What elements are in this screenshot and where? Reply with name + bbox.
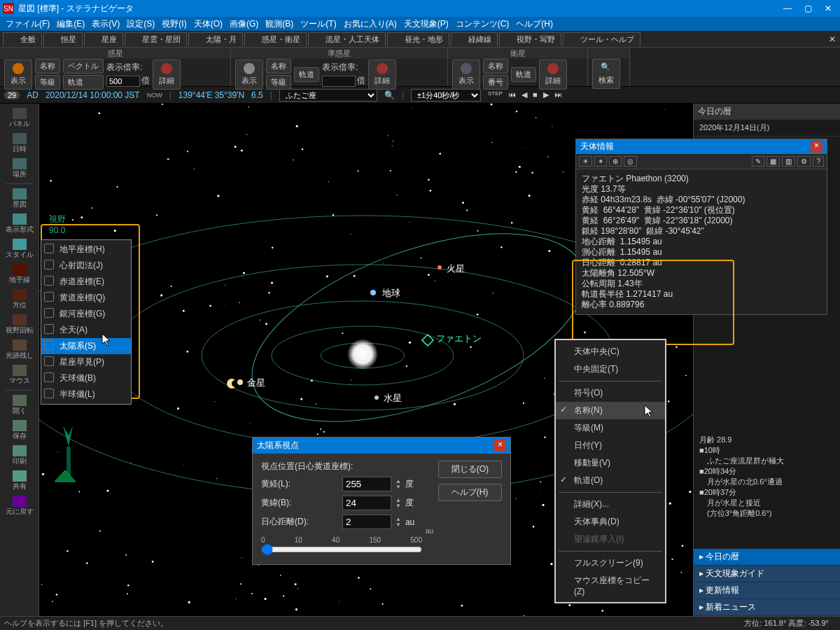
info-tool-icon[interactable]: ☀ (579, 156, 592, 167)
category-tab[interactable]: 視野・写野 (499, 32, 561, 46)
context-menu-item[interactable]: マウス座標をコピー(Z) (556, 572, 665, 599)
context-menu-item[interactable]: ✓軌道(O) (556, 472, 665, 489)
spin-down-icon[interactable]: ▼ (396, 484, 401, 490)
number-toggle[interactable]: 番号 (483, 75, 508, 90)
menu-item[interactable]: ヘルプ(H) (513, 18, 556, 30)
projection-menu[interactable]: 地平座標(H)心射図法(J)赤道座標(E)黄道座標(Q)銀河座標(G)全天(A)… (41, 239, 132, 405)
ffwd-icon[interactable]: ⏭ (554, 90, 562, 99)
projection-menu-item[interactable]: 心射図法(J) (41, 258, 131, 274)
info-tool-icon[interactable]: ✎ (752, 156, 764, 167)
now-button[interactable]: NOW (147, 92, 162, 99)
category-tab[interactable]: 星座 (84, 32, 123, 46)
object-info-window[interactable]: 天体情報× ☀ ✶ ⊕ ◎ ✎ ▦ ▥ ⚙ ? ファエトン Phaethon (… (575, 139, 827, 315)
info-tool-icon[interactable]: ▦ (766, 156, 780, 167)
dist-input[interactable] (342, 514, 391, 529)
info-tool-icon[interactable]: ? (813, 156, 824, 167)
leftpanel-button[interactable]: 方位 (4, 288, 36, 312)
sidebar-link[interactable]: ▸ 今日の暦 (694, 549, 840, 566)
datetime-display[interactable]: 2020/12/14 10:00:00 JST (46, 90, 140, 100)
scale-input[interactable] (106, 76, 140, 87)
category-tab[interactable]: 経緯線 (451, 32, 498, 46)
category-tab[interactable]: 恒星 (43, 32, 83, 46)
context-menu-item[interactable]: 等級(M) (556, 419, 665, 437)
menu-item[interactable]: 天体(O) (191, 18, 225, 30)
dist-slider[interactable] (261, 544, 422, 555)
context-menu-item[interactable]: 天体事典(D) (556, 513, 665, 531)
constellation-select[interactable]: ふたご座 (279, 89, 377, 102)
lonlat-display[interactable]: 139°44'E 35°39'N (178, 90, 244, 100)
rewind-icon[interactable]: ⏮ (508, 90, 516, 99)
sidebar-link[interactable]: ▸ 新着ニュース (694, 599, 840, 616)
context-menu-item[interactable]: 符号(O) (556, 384, 665, 402)
menu-item[interactable]: 表示(V) (89, 18, 122, 30)
leftpanel-button[interactable]: 表示形式 (4, 212, 36, 236)
mag-toggle-2[interactable]: 等級 (266, 75, 291, 90)
projection-menu-item[interactable]: 天球儀(B) (41, 370, 131, 386)
projection-menu-item[interactable]: 太陽系(S) (41, 338, 131, 354)
menu-item[interactable]: 画像(G) (227, 18, 261, 30)
name-toggle-3[interactable]: 名称 (483, 59, 508, 74)
context-menu-item[interactable]: 天体中央(C) (556, 343, 665, 360)
minimize-button[interactable]: — (783, 4, 792, 13)
sidebar-link[interactable]: ▸ 天文現象ガイド (694, 566, 840, 582)
lon-input[interactable] (342, 477, 391, 491)
orbit-toggle-2[interactable]: 軌道 (294, 67, 319, 82)
vector-toggle[interactable]: ベクトル (63, 59, 104, 74)
projection-menu-item[interactable]: 全天(A) (41, 322, 131, 338)
leftpanel-button[interactable]: パネル (4, 106, 36, 130)
dlg-close-icon[interactable]: × (494, 440, 506, 451)
leftpanel-button[interactable]: 光跡残し (4, 338, 36, 362)
menu-item[interactable]: お気に入り(A) (341, 18, 400, 30)
step-select[interactable]: ±1分40秒/秒 (411, 89, 481, 102)
menu-item[interactable]: 観測(B) (262, 18, 296, 30)
menu-item[interactable]: 編集(E) (54, 18, 88, 30)
info-tool-icon[interactable]: ▥ (782, 156, 795, 167)
context-menu-item[interactable]: 中央固定(T) (556, 360, 665, 378)
projection-menu-item[interactable]: 黄道座標(Q) (41, 290, 131, 306)
search-button[interactable]: 🔍検索 (592, 59, 620, 89)
info-tool-icon[interactable]: ⚙ (797, 156, 811, 167)
menu-item[interactable]: ファイル(F) (3, 18, 52, 30)
close-dlg-button[interactable]: 閉じる(O) (438, 461, 502, 478)
leftpanel-button[interactable]: 視野回転 (4, 313, 36, 337)
play-icon[interactable]: ▶ (543, 90, 549, 99)
projection-menu-item[interactable]: 赤道座標(E) (41, 274, 131, 290)
menu-item[interactable]: コンテンツ(C) (453, 18, 512, 30)
show-button-3[interactable]: 表示 (452, 59, 480, 90)
detail-button-3[interactable]: 詳細 (539, 59, 567, 90)
stop-icon[interactable]: ■ (533, 90, 538, 99)
leftpanel-button[interactable]: 日時 (4, 132, 36, 155)
mag-toggle[interactable]: 等級 (35, 75, 60, 90)
cycle-badge[interactable]: 29 (4, 91, 20, 99)
context-menu-item[interactable]: 日付(Y) (556, 437, 665, 454)
menu-item[interactable]: 視野(I) (159, 18, 189, 30)
leftpanel-button[interactable]: 開く (4, 393, 36, 417)
info-tool-icon[interactable]: ✶ (594, 156, 607, 167)
display-context-menu[interactable]: 天体中央(C)中央固定(T)符号(O)✓名称(N)等級(M)日付(Y)移動量(V… (554, 339, 666, 603)
prev-icon[interactable]: ◀ (522, 90, 527, 99)
detail-button[interactable]: 詳細 (153, 59, 181, 90)
projection-menu-item[interactable]: 星座早見(P) (41, 354, 131, 370)
close-button[interactable]: ✕ (825, 4, 832, 13)
context-menu-item[interactable]: ✓名称(N) (556, 402, 665, 419)
scale-input-2[interactable] (322, 76, 356, 87)
leftpanel-button[interactable]: マウス (4, 363, 36, 387)
leftpanel-button[interactable]: 星図 (4, 187, 36, 211)
category-tab[interactable]: 星雲・星団 (125, 32, 187, 46)
leftpanel-button[interactable]: 印刷 (4, 444, 36, 468)
show-button[interactable]: 表示 (4, 59, 32, 90)
context-menu-item[interactable]: フルスクリーン(9) (556, 554, 665, 572)
category-tab[interactable]: 全般 (3, 32, 42, 46)
category-tab[interactable]: 太陽・月 (188, 32, 243, 46)
projection-menu-item[interactable]: 銀河座標(G) (41, 306, 131, 322)
context-menu-item[interactable]: 詳細(X)... (556, 496, 665, 513)
name-toggle[interactable]: 名称 (35, 59, 60, 74)
info-close-icon[interactable]: × (811, 141, 822, 153)
orbit-toggle-3[interactable]: 軌道 (511, 67, 536, 82)
solar-system-viewpoint-dialog[interactable]: 太陽系視点× 視点位置(日心黄道座標): 黄経(L):▲▼度 黄緯(B):▲▼度… (252, 437, 511, 565)
search-icon[interactable]: 🔍 (384, 90, 395, 100)
leftpanel-button[interactable]: スタイル (4, 237, 36, 261)
maximize-button[interactable]: ▢ (804, 4, 812, 13)
tabbar-close-icon[interactable]: ✕ (829, 34, 836, 44)
projection-menu-item[interactable]: 地平座標(H) (41, 241, 131, 258)
